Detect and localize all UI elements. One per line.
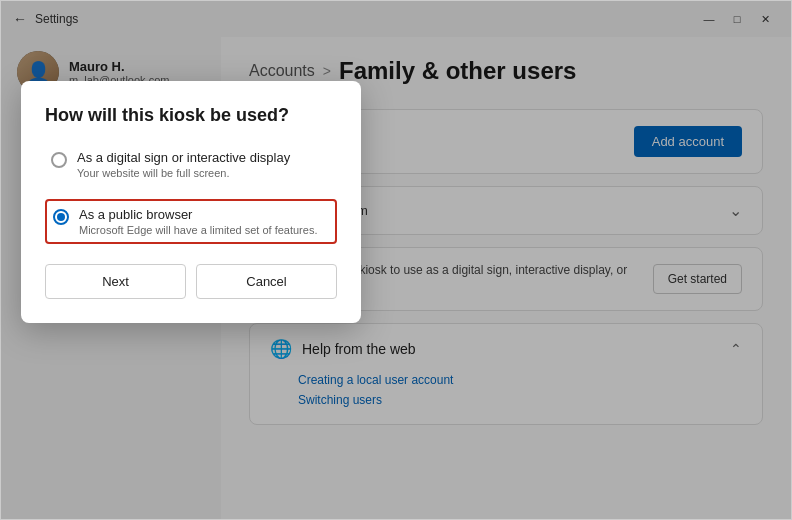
radio-text-public-browser: As a public browser Microsoft Edge will … — [79, 207, 317, 236]
radio-desc-public-browser: Microsoft Edge will have a limited set o… — [79, 224, 317, 236]
cancel-button[interactable]: Cancel — [196, 264, 337, 299]
dialog-overlay: How will this kiosk be used? As a digita… — [1, 1, 791, 519]
next-button[interactable]: Next — [45, 264, 186, 299]
dialog-title: How will this kiosk be used? — [45, 105, 337, 126]
settings-window: ← Settings — □ ✕ 👤 Mauro H. m_lab@outloo… — [0, 0, 792, 520]
radio-button-digital-sign[interactable] — [51, 152, 67, 168]
dialog-buttons: Next Cancel — [45, 264, 337, 299]
radio-option-public-browser[interactable]: As a public browser Microsoft Edge will … — [45, 199, 337, 244]
radio-button-public-browser[interactable] — [53, 209, 69, 225]
radio-option-digital-sign[interactable]: As a digital sign or interactive display… — [45, 144, 337, 185]
radio-desc-digital-sign: Your website will be full screen. — [77, 167, 290, 179]
radio-text-digital-sign: As a digital sign or interactive display… — [77, 150, 290, 179]
radio-label-public-browser: As a public browser — [79, 207, 317, 222]
radio-label-digital-sign: As a digital sign or interactive display — [77, 150, 290, 165]
kiosk-dialog: How will this kiosk be used? As a digita… — [21, 81, 361, 323]
